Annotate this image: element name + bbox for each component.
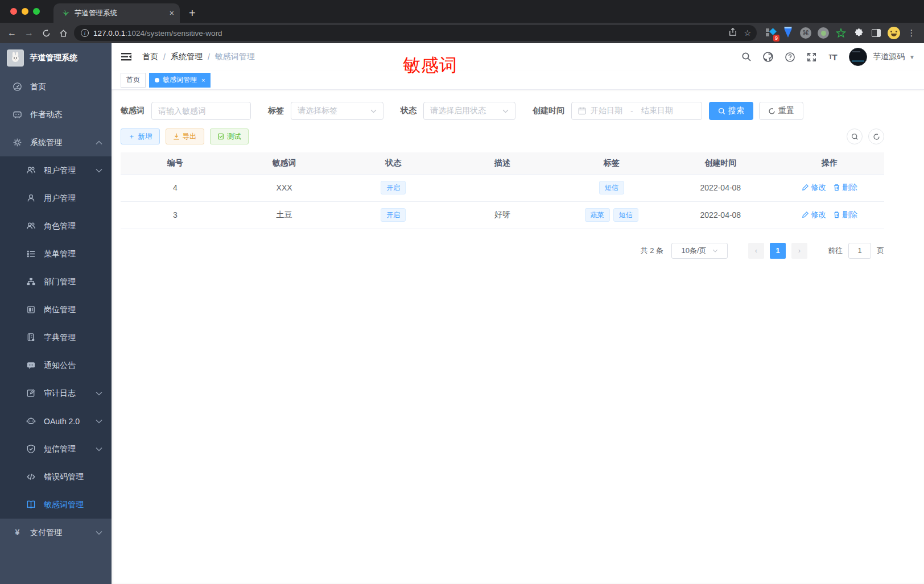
tag-badge: 蔬菜 [585, 208, 610, 222]
extensions-puzzle-icon[interactable] [852, 26, 865, 40]
tag-select[interactable]: 请选择标签 [291, 102, 383, 120]
tag-view-敏感词管理[interactable]: 敏感词管理× [149, 73, 211, 88]
delete-link[interactable]: 删除 [833, 210, 857, 220]
status-select-placeholder: 请选择启用状态 [430, 106, 486, 116]
github-icon[interactable] [762, 51, 774, 63]
zoom-window-button[interactable] [33, 8, 40, 15]
add-button[interactable]: ＋新增 [121, 129, 160, 144]
keyword-input[interactable] [158, 106, 244, 115]
user-avatar[interactable] [849, 48, 867, 66]
sidebar-fold-icon[interactable] [121, 51, 133, 63]
delete-link[interactable]: 删除 [833, 183, 857, 193]
status-select[interactable]: 请选择启用状态 [423, 102, 515, 120]
search-icon[interactable] [741, 51, 752, 63]
sidebar-item-通知公告[interactable]: 通知公告 [0, 351, 112, 379]
profile-avatar[interactable] [887, 26, 901, 40]
sidebar-item-label: 审计日志 [44, 388, 76, 399]
sidebar-item-错误码管理[interactable]: 错误码管理 [0, 463, 112, 491]
extension-kite-icon[interactable] [781, 26, 795, 40]
sidebar-logo-row[interactable]: 芋道管理系统 [0, 43, 112, 73]
url-bar[interactable]: i 127.0.0.1 :1024/system/sensitive-word … [74, 25, 757, 41]
search-button[interactable]: 搜索 [709, 102, 753, 120]
sidebar-item-岗位管理[interactable]: 岗位管理 [0, 296, 112, 324]
table-header-row: 编号敏感词状态描述标签创建时间操作 [121, 152, 884, 174]
page-content: 敏感词 标签 请选择标签 状态 请选择启用状态 创建时间 [112, 90, 924, 584]
tenant-users-icon [26, 165, 36, 175]
fullscreen-icon[interactable] [806, 51, 817, 63]
edit-link[interactable]: 修改 [802, 210, 826, 220]
extension-star-icon[interactable] [834, 26, 848, 40]
show-search-circle-button[interactable] [847, 129, 863, 144]
forward-icon[interactable]: → [20, 24, 38, 42]
sidebar-item-审计日志[interactable]: 审计日志 [0, 379, 112, 407]
calendar-icon [578, 107, 586, 115]
close-window-button[interactable] [10, 8, 17, 15]
sidebar-item-短信管理[interactable]: 短信管理 [0, 435, 112, 463]
sidebar-item-部门管理[interactable]: 部门管理 [0, 268, 112, 296]
site-info-icon[interactable]: i [81, 29, 89, 37]
extension-grid-icon[interactable]: 9 [764, 26, 777, 40]
sidebar-item-角色管理[interactable]: 角色管理 [0, 212, 112, 240]
tag-view-首页[interactable]: 首页 [121, 73, 146, 88]
breadcrumb-item[interactable]: 系统管理 [171, 52, 203, 62]
sidebar-item-菜单管理[interactable]: 菜单管理 [0, 240, 112, 268]
breadcrumb-separator: / [208, 52, 210, 61]
favicon-leaf-icon [61, 9, 70, 18]
status-badge: 开启 [381, 181, 406, 194]
current-page[interactable]: 1 [770, 243, 786, 259]
sidebar-item-字典管理[interactable]: 字典管理 [0, 324, 112, 351]
reload-icon[interactable] [38, 24, 55, 42]
share-icon[interactable] [729, 28, 737, 38]
side-panel-icon[interactable] [869, 26, 883, 40]
sidebar-item-label: 通知公告 [44, 361, 76, 371]
cell-description [448, 174, 557, 201]
breadcrumb-item[interactable]: 首页 [142, 52, 158, 62]
status-label: 状态 [401, 106, 416, 116]
sidebar-item-租户管理[interactable]: 租户管理 [0, 156, 112, 184]
column-header-操作: 操作 [775, 152, 884, 174]
cell-tags: 短信 [557, 174, 666, 201]
test-button[interactable]: 测试 [210, 129, 249, 144]
column-header-标签: 标签 [557, 152, 666, 174]
new-tab-button[interactable]: + [189, 7, 196, 19]
goto-page-input[interactable] [848, 243, 871, 259]
reset-button[interactable]: 重置 [759, 102, 803, 120]
app-title: 芋道管理系统 [30, 53, 77, 63]
system-submenu: 租户管理用户管理角色管理菜单管理部门管理岗位管理字典管理通知公告审计日志OAut… [0, 156, 112, 519]
sidebar-item-用户管理[interactable]: 用户管理 [0, 184, 112, 212]
close-icon[interactable]: × [201, 77, 205, 84]
status-badge: 开启 [381, 208, 406, 222]
sidebar-item-系统管理[interactable]: 系统管理 [0, 129, 112, 156]
edit-pencil-icon [802, 184, 809, 191]
sidebar-item-label: 岗位管理 [44, 305, 76, 315]
next-page-button[interactable]: › [791, 243, 807, 259]
minimize-window-button[interactable] [22, 8, 28, 15]
sidebar-menu: 首页作者动态系统管理租户管理用户管理角色管理菜单管理部门管理岗位管理字典管理通知… [0, 73, 112, 584]
sidebar-item-作者动态[interactable]: 作者动态 [0, 101, 112, 129]
extension-record-icon[interactable] [816, 26, 830, 40]
extension-command-icon[interactable]: ⌘ [799, 26, 812, 40]
export-button[interactable]: 导出 [166, 129, 204, 144]
refresh-circle-button[interactable] [868, 129, 884, 144]
date-range-picker[interactable]: 开始日期 - 结束日期 [571, 102, 702, 120]
tab-close-icon[interactable]: × [170, 9, 174, 18]
browser-tab[interactable]: 芋道管理系统 × [53, 3, 180, 23]
user-menu-caret-icon[interactable]: ▼ [909, 54, 915, 60]
back-icon[interactable]: ← [3, 24, 20, 42]
edit-link[interactable]: 修改 [802, 183, 826, 193]
home-icon[interactable] [55, 24, 72, 42]
tag-view-label: 敏感词管理 [163, 75, 197, 85]
font-size-icon[interactable]: TT [827, 51, 839, 63]
sidebar-item-首页[interactable]: 首页 [0, 73, 112, 101]
sidebar-item-支付管理[interactable]: ¥支付管理 [0, 519, 112, 546]
prev-page-button[interactable]: ‹ [748, 243, 764, 259]
audit-log-icon [26, 388, 36, 398]
username[interactable]: 芋道源码 [873, 52, 905, 62]
sidebar-item-OAuth 2.0[interactable]: OAuth 2.0 [0, 407, 112, 435]
browser-menu-icon[interactable]: ⋮ [905, 26, 918, 40]
help-icon[interactable] [784, 51, 795, 63]
sidebar-item-敏感词管理[interactable]: 敏感词管理 [0, 491, 112, 519]
page-size-select[interactable]: 10条/页 [671, 243, 728, 259]
bookmark-star-icon[interactable]: ☆ [744, 28, 751, 38]
sidebar-item-label: 错误码管理 [44, 472, 84, 482]
